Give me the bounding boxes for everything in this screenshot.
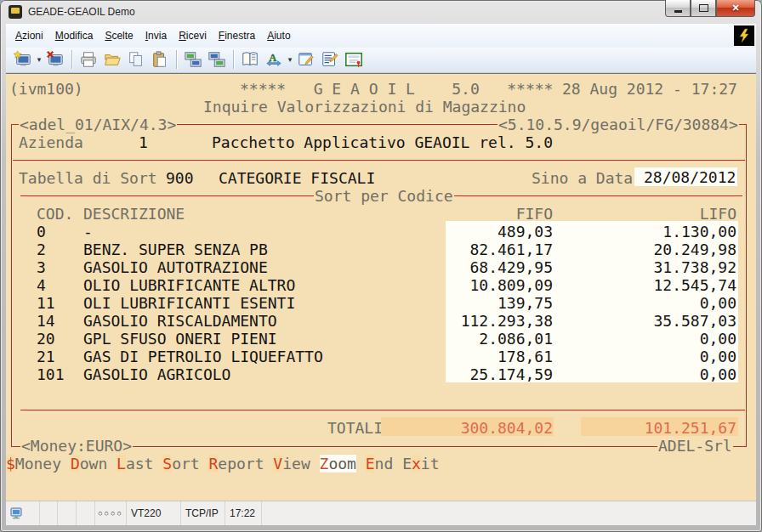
sort-table-label: Tabella di Sort xyxy=(19,169,157,187)
send-file-icon xyxy=(184,50,202,69)
fkey-exit[interactable]: E xyxy=(402,455,412,473)
fkey-report[interactable]: eport xyxy=(218,455,273,473)
close-session-button[interactable] xyxy=(43,48,67,71)
menu-item-ricevi[interactable]: Ricevi xyxy=(173,26,213,45)
col-header-desc: DESCRIZIONE xyxy=(83,205,185,223)
copy-button[interactable] xyxy=(124,48,148,71)
fkey-down[interactable]: own xyxy=(80,455,117,473)
fkey-end[interactable]: nd xyxy=(375,455,403,473)
statusbar-connection-cell xyxy=(6,501,40,525)
open-folder-icon xyxy=(103,50,122,69)
menu-item-aiuto[interactable]: Aiuto xyxy=(261,26,296,45)
properties-button[interactable] xyxy=(318,48,342,71)
col-header-lifo: LIFO xyxy=(700,205,736,223)
titlebar[interactable]: GEADE-GEAOIL Demo ✕ xyxy=(0,0,762,24)
paste-button[interactable] xyxy=(148,48,172,71)
fkey-last[interactable]: ast xyxy=(126,455,162,473)
svg-text:A: A xyxy=(270,52,277,64)
sort-table-code: 900 xyxy=(166,169,194,187)
table-row: 101GASOLIO AGRICOLO25.174,590,00 xyxy=(6,365,756,383)
menu-item-invia[interactable]: Invia xyxy=(139,26,173,45)
open-button[interactable] xyxy=(100,48,124,71)
fkey-exit-rest[interactable]: it xyxy=(421,455,440,473)
fkey-money-hotkey[interactable]: $ xyxy=(6,455,15,473)
fkey-sort-hotkey[interactable]: S xyxy=(162,455,172,473)
totals-label: TOTALI xyxy=(327,419,383,437)
table-row: 11OLI LUBRIFICANTI ESENTI139,750,00 xyxy=(6,294,756,312)
printer-icon xyxy=(79,50,98,69)
statusbar-cell xyxy=(58,501,77,525)
minimize-icon xyxy=(674,10,682,13)
close-session-icon xyxy=(46,50,65,69)
menu-item-modifica[interactable]: Modifica xyxy=(49,26,100,45)
version-label: <5.10.5.9/geaoil/FG/30884> xyxy=(498,116,739,133)
paste-icon xyxy=(151,50,169,69)
new-session-dropdown[interactable]: ▾ xyxy=(35,55,43,64)
date-label: Sino a Data xyxy=(532,169,633,187)
statusbar-emulation-cell: VT220 xyxy=(127,501,181,525)
maximize-icon xyxy=(699,4,708,12)
fkey-zoom-selected[interactable]: Zoom xyxy=(320,455,356,473)
function-key-bar: $Money Down Last Sort Report View Zoom E… xyxy=(6,455,440,473)
table-row: 2BENZ. SUPER SENZA PB82.461,1720.249,98 xyxy=(6,241,756,258)
color-mapping-button[interactable] xyxy=(238,48,262,71)
program-label: (ivm100) xyxy=(9,80,83,98)
table-row: 4OLIO LUBRIFICANTE ALTRO10.809,0912.545,… xyxy=(6,276,756,294)
table-row: 3GASOLIO AUTOTRAZIONE68.429,9531.738,92 xyxy=(6,258,756,276)
properties-icon xyxy=(321,50,339,69)
table-row: 21GAS DI PETROLIO LIQUEFATTO178,610,00 xyxy=(6,348,756,365)
toolbar: ▾ xyxy=(6,48,756,73)
currency-label: <Money:EURO> xyxy=(20,437,133,455)
menu-item-azioni[interactable]: Azioni xyxy=(9,26,49,45)
statusbar-time-cell: 17:22 xyxy=(225,501,262,525)
fkey-report-hotkey[interactable]: R xyxy=(208,455,218,473)
menu-item-finestra[interactable]: Finestra xyxy=(213,26,261,45)
table-row: 20GPL SFUSO ONERI PIENI2.086,010,00 xyxy=(6,330,756,348)
fkey-view[interactable]: iew xyxy=(282,455,319,473)
screen-subtitle: Inquire Valorizzazioni di Magazzino xyxy=(203,98,526,116)
total-fifo-value: 300.804,02 xyxy=(461,419,553,437)
statusbar: ○○○○ VT220 TCP/IP 17:22 xyxy=(6,501,756,525)
maximize-button[interactable] xyxy=(691,0,716,17)
font-dropdown[interactable]: ▾ xyxy=(286,55,294,64)
fkey-end-hotkey[interactable]: E xyxy=(366,455,375,473)
fkey-view-hotkey[interactable]: V xyxy=(273,455,282,473)
fkey-exit-hotkey[interactable]: x xyxy=(412,455,421,473)
fkey-last-hotkey[interactable]: L xyxy=(117,455,126,473)
send-file-button[interactable] xyxy=(181,48,205,71)
certificate-button[interactable] xyxy=(342,48,366,71)
sort-table-name: CATEGORIE FISCALI xyxy=(219,169,375,187)
datetime: 28 Aug 2012 - 17:27 xyxy=(562,80,737,98)
print-button[interactable] xyxy=(77,48,100,71)
azienda-label: Azienda xyxy=(19,133,83,151)
statusbar-protocol-cell: TCP/IP xyxy=(181,501,225,525)
new-session-button[interactable] xyxy=(11,48,35,71)
statusbar-cell xyxy=(40,501,58,525)
font-button[interactable]: A xyxy=(262,48,286,71)
macro-icon xyxy=(297,50,316,69)
divider xyxy=(20,410,745,410)
package-label: Pacchetto Applicativo GEAOIL rel. 5.0 xyxy=(212,133,553,151)
statusbar-signal-cell: ○○○○ xyxy=(95,501,127,525)
fkey-money[interactable]: Money xyxy=(15,455,71,473)
macro-button[interactable] xyxy=(294,48,318,71)
fkey-down-hotkey[interactable]: D xyxy=(71,455,80,473)
certificate-icon xyxy=(344,50,363,69)
close-button[interactable]: ✕ xyxy=(716,0,755,17)
session-status-icon xyxy=(10,507,24,520)
statusbar-cell xyxy=(77,501,95,525)
copy-icon xyxy=(127,50,145,69)
table-row: 0-489,031.130,00 xyxy=(6,223,756,241)
font-icon: A xyxy=(264,50,283,69)
app-window: GEADE-GEAOIL Demo ✕ Azioni Modifica Scel… xyxy=(0,0,762,532)
menu-item-scelte[interactable]: Scelte xyxy=(99,26,139,45)
azienda-value: 1 xyxy=(139,133,148,151)
table-row: 14GASOLIO RISCALDAMENTO112.293,3835.587,… xyxy=(6,312,756,330)
new-session-icon xyxy=(14,50,32,69)
receive-file-button[interactable] xyxy=(205,48,229,71)
terminal-screen[interactable]: (ivm100) ***** G E A O I L 5.0 ***** 28 … xyxy=(6,73,756,501)
minimize-button[interactable] xyxy=(665,0,691,17)
fkey-sort[interactable]: ort xyxy=(172,455,208,473)
host-label: <adel_01/AIX/4.3> xyxy=(19,116,177,133)
close-icon: ✕ xyxy=(731,3,739,14)
